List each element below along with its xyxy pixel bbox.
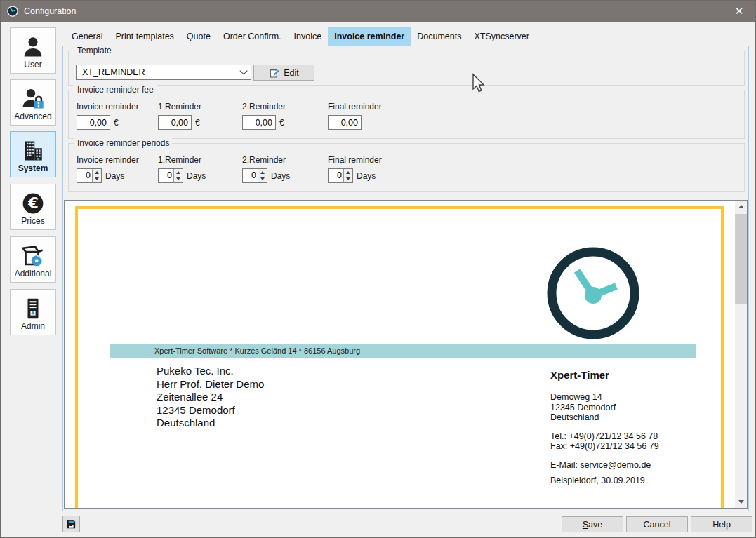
tab-bar: General Print templates Quote Order Conf… [65,27,536,46]
period-field-invoice-reminder: Invoice reminder 0 Days [77,155,158,183]
currency-unit: € [279,118,284,128]
server-icon [20,296,46,321]
recipient-line: Pukeko Tec. Inc. [157,365,264,378]
sidebar-item-additional[interactable]: Additional [10,236,56,283]
invoice-document: Xpert-Timer Software * Kurzes Geländ 14 … [75,206,724,509]
spin-up-icon[interactable] [93,169,101,176]
tab-quote[interactable]: Quote [180,27,217,46]
group-title: Template [74,46,114,55]
group-title: Invoice reminder periods [74,138,172,148]
scroll-up-icon[interactable] [735,201,747,213]
period-field-final-reminder: Final reminder 0 Days [328,155,426,183]
days-unit: Days [357,171,376,181]
field-label: 1.Reminder [158,155,242,165]
fee-invoice-reminder-input[interactable] [77,115,110,130]
sender-fax: Fax: +49(0)721/12 34 56 79 [550,441,659,452]
periods-group: Invoice reminder periods Invoice reminde… [68,143,745,192]
user-icon [20,34,46,60]
box-cd-icon [20,243,46,269]
recipient-line: Zeitenallee 24 [157,391,264,404]
spin-down-icon[interactable] [344,176,352,183]
spin-up-icon[interactable] [258,169,267,176]
fee-field-invoice-reminder: Invoice reminder € [77,102,158,130]
sender-tel: Tel.: +49(0)721/12 34 56 78 [550,431,659,442]
fee-field-final-reminder: Final reminder [328,102,426,130]
mouse-cursor [470,73,486,95]
template-select[interactable]: XT_REMINDER [76,65,251,80]
stepper-value: 0 [243,169,258,182]
edit-pencil-icon [269,67,280,79]
currency-unit: € [195,118,200,128]
tab-order-confirm[interactable]: Order Confirm. [217,27,288,46]
template-select-value: XT_REMINDER [82,67,145,77]
period-2-reminder-stepper[interactable]: 0 [242,168,267,183]
stepper-value: 0 [329,169,343,182]
fee-1-reminder-input[interactable] [158,115,192,130]
scroll-down-icon[interactable] [735,496,747,508]
days-unit: Days [187,171,206,181]
close-button[interactable]: ✕ [723,1,755,22]
sender-country: Deutschland [550,412,659,423]
tab-invoice-reminder[interactable]: Invoice reminder [328,27,411,46]
sidebar-item-prices[interactable]: € Prices [10,184,56,230]
tab-xtsyncserver[interactable]: XTSyncserver [467,27,536,46]
fee-final-reminder-input[interactable] [328,115,362,130]
period-1-reminder-stepper[interactable]: 0 [158,168,183,183]
sender-email: E-Mail: service@demo.de [550,460,659,471]
recipient-line: Deutschland [157,417,264,430]
sidebar-item-label: Additional [15,269,52,278]
quick-save-button[interactable] [62,516,80,532]
days-unit: Days [271,171,290,181]
tab-documents[interactable]: Documents [411,27,467,46]
tab-print-templates[interactable]: Print templates [109,27,180,46]
spin-down-icon[interactable] [93,176,101,183]
sidebar-item-system[interactable]: System [10,131,56,177]
clock-logo [544,244,642,342]
building-icon [20,138,46,163]
tab-general[interactable]: General [65,27,109,46]
preview-scrollbar[interactable] [735,201,747,508]
spin-up-icon[interactable] [174,169,183,176]
period-invoice-reminder-stepper[interactable]: 0 [77,168,102,183]
period-final-reminder-stepper[interactable]: 0 [328,168,353,183]
field-label: Final reminder [328,155,426,165]
fee-2-reminder-input[interactable] [242,115,276,130]
spin-up-icon[interactable] [344,169,352,176]
recipient-line: Herr Prof. Dieter Demo [157,378,264,391]
help-button[interactable]: Help [691,516,752,532]
sidebar-item-advanced[interactable]: Advanced [10,79,56,126]
save-button[interactable]: Save [562,516,623,532]
edit-button-label: Edit [284,68,299,78]
field-label: Final reminder [328,102,426,112]
tab-invoice[interactable]: Invoice [288,27,329,46]
window-title: Configuration [24,6,76,16]
field-label: 1.Reminder [158,102,242,112]
group-title: Invoice reminder fee [74,85,157,95]
field-label: Invoice reminder [77,102,158,112]
field-label: 2.Reminder [242,155,328,165]
field-label: 2.Reminder [242,102,328,112]
sidebar-item-label: Prices [21,216,44,226]
spin-down-icon[interactable] [258,176,267,183]
chevron-down-icon [239,67,247,74]
sidebar-item-admin[interactable]: Admin [10,289,56,335]
sender-street: Demoweg 14 [550,392,659,403]
sender-strip: Xpert-Timer Software * Kurzes Geländ 14 … [110,344,696,358]
sidebar-item-label: User [24,60,41,69]
floppy-disk-icon [66,519,77,530]
sender-name: Xpert-Timer [550,369,659,381]
period-field-2-reminder: 2.Reminder 0 Days [242,155,328,183]
days-unit: Days [105,171,124,181]
sidebar-item-user[interactable]: User [10,27,56,74]
user-lock-icon [20,86,46,112]
fee-group: Invoice reminder fee Invoice reminder € … [68,90,745,139]
field-label: Invoice reminder [77,155,158,165]
stepper-value: 0 [159,169,173,182]
currency-unit: € [114,118,119,128]
edit-template-button[interactable]: Edit [253,65,314,81]
euro-icon: € [20,191,46,216]
scrollbar-thumb[interactable] [735,214,747,304]
cancel-button[interactable]: Cancel [626,516,688,532]
sender-strip-text: Xpert-Timer Software * Kurzes Geländ 14 … [110,347,360,355]
spin-down-icon[interactable] [174,176,183,183]
